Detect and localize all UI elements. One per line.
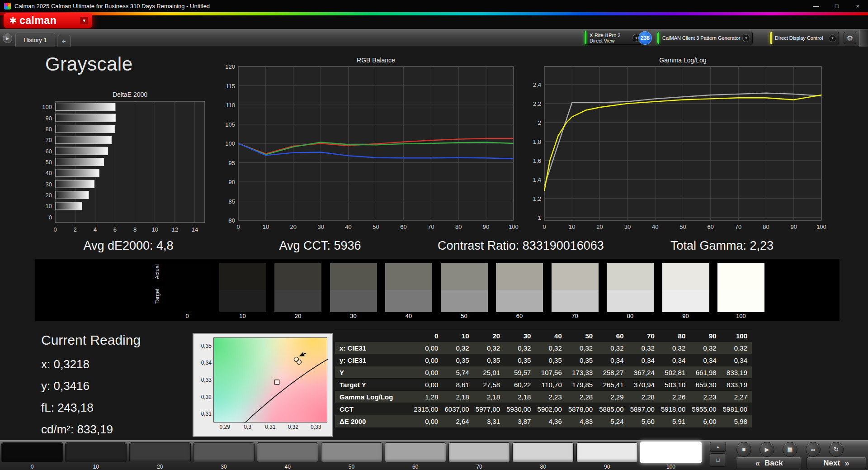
table-row: ΔE 20000,002,643,313,874,364,835,245,605… — [335, 415, 752, 427]
table-column-header: 30 — [505, 330, 535, 342]
save-button[interactable]: ▦ — [783, 442, 797, 457]
swatch-level-label: 90 — [662, 313, 709, 319]
pattern-level-button-90[interactable] — [576, 442, 638, 462]
summary-stats: Avg dE2000: 4,8Avg CCT: 5936Contrast Rat… — [0, 239, 868, 255]
pattern-level-label: 80 — [512, 464, 574, 470]
svg-text:DeltaE 2000: DeltaE 2000 — [113, 91, 147, 98]
current-reading-value: cd/m²: 833,19 — [41, 423, 141, 437]
pattern-level-button-30[interactable] — [193, 442, 255, 462]
current-reading-value: y: 0,3416 — [41, 379, 141, 393]
collapse-panel-button[interactable]: ▲ — [710, 442, 726, 452]
pattern-level-label: 100 — [640, 464, 702, 470]
table-cell: 0,32 — [566, 342, 597, 354]
svg-text:100: 100 — [225, 140, 235, 147]
svg-text:1: 1 — [538, 214, 541, 221]
pattern-level-button-80[interactable] — [512, 442, 574, 462]
table-column-header: 0 — [412, 330, 443, 342]
table-cell: 503,10 — [659, 379, 690, 391]
table-cell: 0,32 — [690, 342, 721, 354]
table-column-header: 40 — [535, 330, 566, 342]
table-cell: 0,35 — [443, 354, 473, 366]
pattern-level-button-70[interactable] — [448, 442, 510, 462]
logo-dropdown-arrow-icon[interactable]: ▾ — [80, 17, 88, 24]
swatch-level-label: 100 — [717, 313, 764, 319]
swatch-actual-target-20 — [274, 263, 321, 312]
swatch-target-0 — [164, 290, 211, 312]
current-reading-value: fL: 243,18 — [41, 401, 141, 415]
chevron-down-icon[interactable]: ▾ — [742, 34, 750, 42]
pattern-generator-dropdown[interactable]: CalMAN Client 3 Pattern Generator ▾ — [657, 32, 753, 44]
strip-row-label-target: Target — [154, 289, 160, 304]
table-cell: 0,32 — [474, 342, 505, 354]
maximize-button[interactable]: □ — [826, 0, 847, 12]
svg-text:85: 85 — [229, 198, 235, 205]
table-cell: 0,35 — [535, 354, 566, 366]
add-tab-button[interactable]: + — [57, 35, 71, 47]
table-row: CCT2315,006037,005977,005930,005902,0058… — [335, 403, 752, 415]
svg-text:80: 80 — [229, 217, 235, 224]
play-button[interactable]: ▶ — [760, 442, 774, 457]
pattern-generator-label: CalMAN Client 3 Pattern Generator — [662, 35, 740, 41]
pattern-level-button-40[interactable] — [257, 442, 318, 462]
svg-text:70: 70 — [428, 223, 434, 230]
svg-text:0: 0 — [236, 223, 240, 230]
swatch-actual-100 — [717, 263, 764, 290]
table-cell: 2,23 — [535, 391, 566, 403]
swatch-actual-target-10 — [219, 263, 266, 312]
stop-button[interactable]: ■ — [736, 442, 751, 457]
table-column-header: 20 — [474, 330, 505, 342]
table-cell: 5,74 — [443, 366, 473, 379]
svg-text:70: 70 — [46, 137, 52, 143]
svg-text:110: 110 — [226, 102, 235, 109]
meter-count-badge[interactable]: 238 — [638, 31, 652, 45]
svg-text:50: 50 — [373, 223, 379, 230]
pattern-level-button-60[interactable] — [385, 442, 446, 462]
table-cell: 110,70 — [535, 379, 566, 391]
history-nav-button[interactable]: ▶ — [3, 33, 12, 43]
pattern-level-button-0[interactable] — [1, 442, 63, 462]
current-reading-value: x: 0,3218 — [41, 357, 141, 371]
pattern-level-button-20[interactable] — [129, 442, 191, 462]
swatch-level-label: 50 — [441, 313, 488, 319]
minimize-button[interactable]: — — [806, 0, 826, 12]
refresh-button[interactable]: ↻ — [829, 442, 844, 457]
settings-gear-button[interactable]: ⚙ — [844, 32, 856, 44]
table-cell: 0,32 — [443, 342, 473, 354]
table-cell: 5878,00 — [566, 403, 597, 415]
pattern-level-button-50[interactable] — [321, 442, 382, 462]
table-column-header: 60 — [597, 330, 628, 342]
pattern-level-button-100[interactable] — [640, 442, 702, 463]
rgb-balance-chart: 8085909510010511011512001020304050607080… — [217, 54, 520, 232]
svg-text:70: 70 — [735, 223, 741, 230]
pattern-window-button[interactable]: □ — [710, 453, 726, 467]
right-panel-edge[interactable] — [859, 29, 868, 47]
svg-text:Gamma Log/Log: Gamma Log/Log — [659, 57, 706, 64]
back-button[interactable]: « Back — [736, 457, 802, 469]
swatch-actual-20 — [274, 263, 321, 290]
chevron-down-icon[interactable]: ▾ — [829, 34, 836, 42]
bottom-bar: 0102030405060708090100 ▲ □ ■▶▦∞↻ « Back … — [0, 440, 868, 470]
next-button[interactable]: Next » — [807, 457, 866, 469]
table-row-label: Target Y — [335, 379, 412, 391]
page-title: Grayscale — [45, 53, 133, 75]
pattern-level-button-10[interactable] — [65, 442, 127, 462]
meter-dropdown[interactable]: X-Rite i1Pro 2 Direct View ▾ — [584, 31, 643, 45]
table-cell: 659,30 — [690, 379, 721, 391]
table-row-label: Y — [335, 366, 412, 379]
pattern-level-label: 70 — [448, 464, 510, 470]
gear-icon: ⚙ — [847, 34, 853, 43]
swatch-actual-target-30 — [330, 263, 377, 312]
table-row-label: Gamma Log/Log — [335, 391, 412, 403]
calman-logo-button[interactable]: ✱ calman ▾ — [4, 13, 92, 28]
link-button[interactable]: ∞ — [806, 442, 821, 457]
tab-history-1[interactable]: History 1 — [15, 33, 55, 47]
table-column-header: 90 — [690, 330, 721, 342]
svg-text:80: 80 — [455, 223, 462, 230]
cie-x-tick: 0,31 — [264, 424, 277, 430]
table-cell: 2,26 — [659, 391, 690, 403]
display-control-dropdown[interactable]: Direct Display Control ▾ — [769, 32, 839, 44]
swatch-target-20 — [274, 290, 321, 312]
table-row-label: x: CIE31 — [335, 342, 412, 354]
stat-avg-cct: Avg CCT: 5936 — [279, 239, 361, 253]
close-button[interactable]: × — [847, 0, 868, 12]
